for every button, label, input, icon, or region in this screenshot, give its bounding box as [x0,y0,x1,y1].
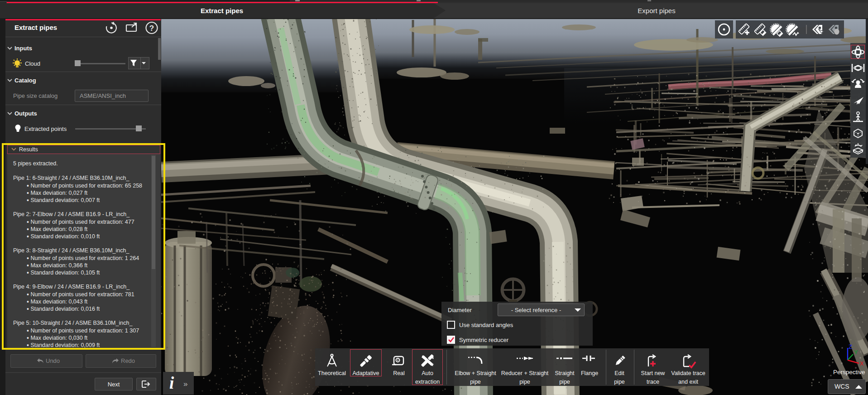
svg-text:Z: Z [849,344,852,350]
svg-text:?: ? [149,24,154,33]
svg-text:Y: Y [854,349,858,356]
svg-text:X: X [860,360,864,367]
